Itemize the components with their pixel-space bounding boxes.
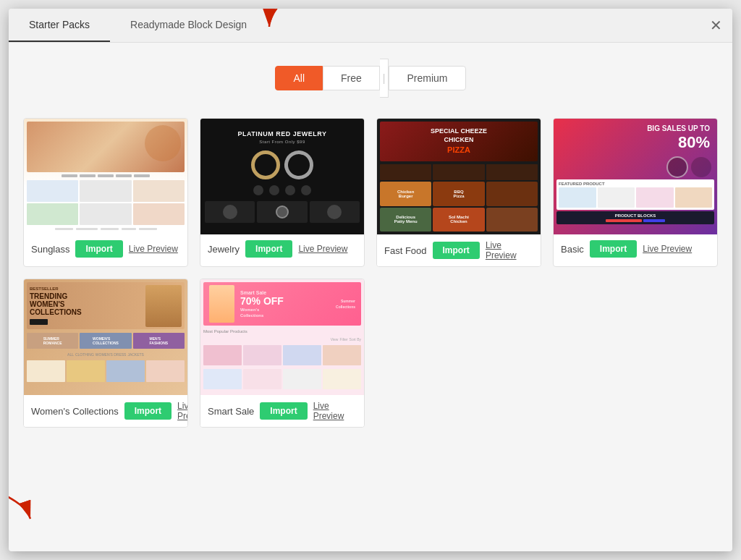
- card-name-basic: Basic: [561, 244, 584, 255]
- ff-item-burger: ChickenBurger: [380, 182, 431, 206]
- close-button[interactable]: ✕: [710, 18, 722, 33]
- import-button-women[interactable]: Import: [124, 402, 172, 420]
- empty-col-3: [376, 279, 541, 428]
- import-button-jewelry[interactable]: Import: [245, 240, 292, 258]
- card-image-sunglass: [24, 119, 187, 234]
- card-footer-smart: Smart Sale Import Live Preview: [200, 395, 364, 427]
- import-button-smart[interactable]: Import: [260, 402, 307, 420]
- import-button-sunglass[interactable]: Import: [75, 240, 122, 258]
- ff-item-pizza: BBQPizza: [433, 182, 484, 206]
- card-image-smart: Smart Sale 70% OFF Women'sCollections Su…: [200, 279, 364, 395]
- card-jewelry: PLATINUM RED JEWELRYStart From Only $99: [200, 118, 365, 267]
- ff-item-3: [486, 182, 538, 206]
- empty-col-4: [553, 279, 718, 428]
- jewelry-title: PLATINUM RED JEWELRYStart From Only $99: [237, 130, 326, 145]
- card-name-jewelry: Jewelry: [208, 244, 240, 255]
- import-button-fastfood[interactable]: Import: [433, 242, 480, 259]
- women-preview: BESTSELLER TRENDINGWOMEN'SCOLLECTIONS SU…: [24, 279, 187, 395]
- live-preview-smart[interactable]: Live Preview: [313, 401, 357, 421]
- tab-starter-packs[interactable]: Starter Packs: [9, 9, 110, 42]
- women-hero: BESTSELLER TRENDINGWOMEN'SCOLLECTIONS: [27, 282, 185, 329]
- card-image-basic: BIG SALES UP TO80% FEATURED PRODUCT: [554, 119, 717, 234]
- filter-free-button[interactable]: Free: [323, 66, 380, 90]
- card-footer-women: Women's Collections Import Live Preview: [24, 395, 187, 427]
- card-footer-jewelry: Jewelry Import Live Preview: [200, 234, 364, 263]
- card-fastfood: SPECIAL CHEEZECHICKENPIZZA ChickenBurger…: [376, 118, 541, 267]
- card-image-women: BESTSELLER TRENDINGWOMEN'SCOLLECTIONS SU…: [24, 279, 187, 395]
- ff-hero: SPECIAL CHEEZECHICKENPIZZA: [380, 122, 538, 161]
- card-name-smart: Smart Sale: [208, 406, 254, 417]
- jewelry-preview: PLATINUM RED JEWELRYStart From Only $99: [200, 119, 364, 234]
- modal-container: Starter Packs Readymade Block Design ✕ A…: [9, 9, 732, 551]
- sunglass-brands: [27, 174, 185, 177]
- tab-readymade-block[interactable]: Readymade Block Design: [110, 9, 267, 42]
- smart-hero: Smart Sale 70% OFF Women'sCollections Su…: [203, 282, 361, 326]
- filter-divider: |: [380, 59, 389, 98]
- cards-row-1: Sunglass Import Live Preview: [23, 118, 718, 267]
- card-name-sunglass: Sunglass: [31, 244, 69, 255]
- card-sunglass: Sunglass Import Live Preview: [23, 118, 188, 267]
- filter-premium-button[interactable]: Premium: [389, 66, 465, 90]
- card-name-fastfood: Fast Food: [384, 245, 427, 256]
- sunglass-preview: [24, 119, 187, 234]
- live-preview-women[interactable]: Live Preview: [177, 401, 188, 421]
- fastfood-preview: SPECIAL CHEEZECHICKENPIZZA ChickenBurger…: [377, 119, 541, 234]
- card-women: BESTSELLER TRENDINGWOMEN'SCOLLECTIONS SU…: [23, 279, 188, 428]
- jewelry-icons: [253, 185, 311, 195]
- live-preview-jewelry[interactable]: Live Preview: [298, 244, 347, 254]
- sunglass-products: [27, 180, 185, 225]
- sunglass-hero: [27, 122, 185, 172]
- card-image-jewelry: PLATINUM RED JEWELRYStart From Only $99: [200, 119, 364, 234]
- modal-header: Starter Packs Readymade Block Design ✕: [9, 9, 732, 43]
- basic-hero-text: BIG SALES UP TO80%: [556, 122, 714, 155]
- live-preview-basic[interactable]: Live Preview: [643, 244, 692, 254]
- card-smart-sale: Smart Sale 70% OFF Women'sCollections Su…: [200, 279, 365, 428]
- ff-item-6: [486, 208, 538, 232]
- live-preview-sunglass[interactable]: Live Preview: [129, 244, 178, 254]
- card-name-women: Women's Collections: [31, 406, 119, 417]
- cards-row-2: BESTSELLER TRENDINGWOMEN'SCOLLECTIONS SU…: [23, 279, 718, 428]
- filter-bar: All Free | Premium: [9, 43, 732, 111]
- ff-item-menu: DeliciousPatty Menu: [380, 208, 431, 232]
- ff-items: ChickenBurger BBQPizza DeliciousPatty Me…: [380, 182, 538, 232]
- basic-preview: BIG SALES UP TO80% FEATURED PRODUCT: [554, 119, 717, 234]
- filter-all-button[interactable]: All: [275, 66, 323, 90]
- smart-preview: Smart Sale 70% OFF Women'sCollections Su…: [200, 279, 364, 395]
- import-button-basic[interactable]: Import: [590, 240, 637, 258]
- content-area: Sunglass Import Live Preview: [9, 111, 732, 442]
- card-image-fastfood: SPECIAL CHEEZECHICKENPIZZA ChickenBurger…: [377, 119, 541, 234]
- card-footer-fastfood: Fast Food Import Live Preview: [377, 234, 541, 266]
- live-preview-fastfood[interactable]: Live Preview: [486, 240, 533, 260]
- card-footer-sunglass: Sunglass Import Live Preview: [24, 234, 187, 263]
- card-footer-basic: Basic Import Live Preview: [554, 234, 717, 263]
- smart-person: [209, 285, 234, 323]
- card-basic: BIG SALES UP TO80% FEATURED PRODUCT: [553, 118, 718, 267]
- ff-item-chicken: Sol MachiChicken: [433, 208, 484, 232]
